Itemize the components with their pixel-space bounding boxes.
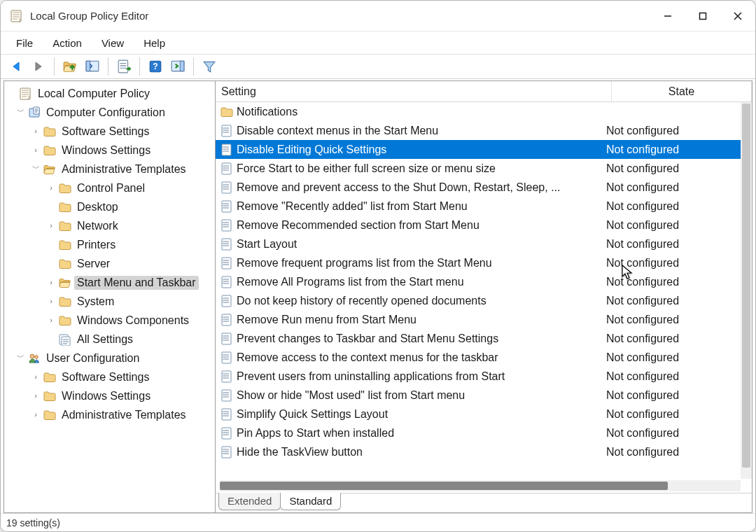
title-bar[interactable]: Local Group Policy Editor xyxy=(1,1,755,31)
users-icon xyxy=(28,352,41,365)
tree-software-settings[interactable]: › Software Settings xyxy=(6,122,215,141)
tree-uc-software-settings[interactable]: ›Software Settings xyxy=(6,368,215,386)
tree-all-settings[interactable]: ›All Settings xyxy=(6,330,215,349)
vertical-scrollbar[interactable] xyxy=(741,102,752,479)
collapse-icon[interactable]: ﹀ xyxy=(15,106,25,117)
export-list-button[interactable] xyxy=(114,57,134,76)
list-setting-row[interactable]: Show or hide "Most used" list from Start… xyxy=(216,386,741,405)
expand-icon[interactable]: › xyxy=(46,183,56,192)
folder-icon xyxy=(43,125,56,138)
list-setting-row[interactable]: Pin Apps to Start when installedNot conf… xyxy=(216,424,741,442)
tree-root[interactable]: ▾ Local Computer Policy xyxy=(6,84,215,103)
list-setting-row[interactable]: Remove frequent programs list from the S… xyxy=(216,253,741,272)
list-setting-row[interactable]: Simplify Quick Settings LayoutNot config… xyxy=(216,405,741,424)
tab-standard[interactable]: Standard xyxy=(280,493,341,510)
show-hide-action-pane-button[interactable] xyxy=(168,57,188,76)
tree-label: Windows Settings xyxy=(59,389,153,403)
list-body[interactable]: NotificationsDisable context menus in th… xyxy=(216,102,752,479)
list-setting-row[interactable]: Remove All Programs list from the Start … xyxy=(216,272,741,291)
tree-control-panel[interactable]: ›Control Panel xyxy=(6,178,215,197)
tree-network[interactable]: ›Network xyxy=(6,216,215,235)
toolbar-separator xyxy=(139,57,140,76)
folder-icon xyxy=(43,409,56,421)
window-title: Local Group Policy Editor xyxy=(30,10,148,22)
folder-icon xyxy=(43,144,56,157)
expand-icon[interactable]: › xyxy=(31,127,41,135)
console-tree[interactable]: ▾ Local Computer Policy ﹀ Computer Confi… xyxy=(4,81,216,512)
column-state[interactable]: State xyxy=(612,81,752,102)
list-setting-row[interactable]: Force Start to be either full screen siz… xyxy=(216,159,741,178)
tree-windows-settings[interactable]: › Windows Settings xyxy=(6,141,215,160)
row-state: Not configured xyxy=(601,295,741,307)
forward-button[interactable] xyxy=(29,57,48,76)
list-setting-row[interactable]: Remove and prevent access to the Shut Do… xyxy=(216,178,741,197)
list-setting-row[interactable]: Remove Recommended section from Start Me… xyxy=(216,216,741,234)
expand-icon[interactable]: › xyxy=(46,297,56,305)
tree-label: Network xyxy=(74,219,121,233)
menu-action[interactable]: Action xyxy=(44,34,90,52)
menu-bar: File Action View Help xyxy=(1,31,755,54)
setting-icon xyxy=(220,256,234,270)
minimize-button[interactable] xyxy=(650,1,685,31)
tab-extended[interactable]: Extended xyxy=(218,493,281,510)
list-folder-row[interactable]: Notifications xyxy=(216,102,741,121)
filter-button[interactable] xyxy=(200,57,219,76)
back-button[interactable] xyxy=(6,57,26,76)
list-setting-row[interactable]: Remove access to the context menus for t… xyxy=(216,348,741,367)
client-area: ▾ Local Computer Policy ﹀ Computer Confi… xyxy=(4,80,752,513)
close-button[interactable] xyxy=(720,1,755,31)
row-label: Remove frequent programs list from the S… xyxy=(237,257,601,270)
menu-help[interactable]: Help xyxy=(135,34,174,52)
tree-desktop[interactable]: ›Desktop xyxy=(6,197,215,216)
maximize-button[interactable] xyxy=(685,1,720,31)
tree-printers[interactable]: ›Printers xyxy=(6,235,215,254)
tree-administrative-templates[interactable]: ﹀ Administrative Templates xyxy=(6,160,215,178)
horizontal-scrollbar[interactable] xyxy=(220,480,741,491)
up-one-level-button[interactable] xyxy=(60,57,80,76)
list-setting-row[interactable]: Prevent users from uninstalling applicat… xyxy=(216,367,741,386)
tree-label: Administrative Templates xyxy=(59,162,189,176)
tree-label: Start Menu and Taskbar xyxy=(74,276,199,290)
expand-icon[interactable]: › xyxy=(46,316,56,324)
tree-server[interactable]: ›Server xyxy=(6,254,215,273)
setting-icon xyxy=(220,124,234,138)
expand-icon[interactable]: › xyxy=(31,146,41,154)
tree-uc-administrative-templates[interactable]: ›Administrative Templates xyxy=(6,405,215,424)
list-setting-row[interactable]: Disable context menus in the Start MenuN… xyxy=(216,121,741,140)
row-label: Remove Run menu from Start Menu xyxy=(237,314,601,326)
tree-system[interactable]: ›System xyxy=(6,292,215,311)
expand-icon[interactable]: › xyxy=(46,221,56,230)
collapse-icon[interactable]: ﹀ xyxy=(15,352,25,363)
tree-user-configuration[interactable]: ﹀ User Configuration xyxy=(6,349,215,368)
folder-icon xyxy=(43,371,56,384)
collapse-icon[interactable]: ﹀ xyxy=(31,163,41,174)
show-hide-console-tree-button[interactable] xyxy=(83,57,102,76)
expand-icon[interactable]: › xyxy=(31,372,41,381)
tree-start-menu-and-taskbar[interactable]: ›Start Menu and Taskbar xyxy=(6,273,215,292)
list-setting-row[interactable]: Start LayoutNot configured xyxy=(216,234,741,253)
expand-icon[interactable]: › xyxy=(46,278,56,286)
row-label: Prevent users from uninstalling applicat… xyxy=(237,370,601,383)
list-setting-row[interactable]: Remove "Recently added" list from Start … xyxy=(216,197,741,216)
folder-icon xyxy=(59,314,71,327)
scrollbar-thumb[interactable] xyxy=(742,104,750,468)
list-setting-row[interactable]: Do not keep history of recently opened d… xyxy=(216,291,741,310)
expand-icon[interactable]: › xyxy=(31,391,41,400)
list-setting-row[interactable]: Hide the TaskView buttonNot configured xyxy=(216,442,741,461)
setting-icon xyxy=(220,313,234,327)
tree-label: Administrative Templates xyxy=(59,408,189,422)
menu-file[interactable]: File xyxy=(8,34,41,52)
setting-icon xyxy=(220,426,234,440)
setting-icon xyxy=(220,332,234,346)
menu-view[interactable]: View xyxy=(93,34,132,52)
scrollbar-thumb[interactable] xyxy=(220,482,668,490)
list-setting-row[interactable]: Prevent changes to Taskbar and Start Men… xyxy=(216,329,741,348)
help-button[interactable] xyxy=(146,57,165,76)
expand-icon[interactable]: › xyxy=(31,410,41,419)
list-setting-row[interactable]: Disable Editing Quick SettingsNot config… xyxy=(216,140,741,159)
column-setting[interactable]: Setting xyxy=(216,81,612,102)
tree-computer-configuration[interactable]: ﹀ Computer Configuration xyxy=(6,103,215,122)
tree-uc-windows-settings[interactable]: ›Windows Settings xyxy=(6,386,215,405)
list-setting-row[interactable]: Remove Run menu from Start MenuNot confi… xyxy=(216,310,741,329)
tree-windows-components[interactable]: ›Windows Components xyxy=(6,311,215,330)
